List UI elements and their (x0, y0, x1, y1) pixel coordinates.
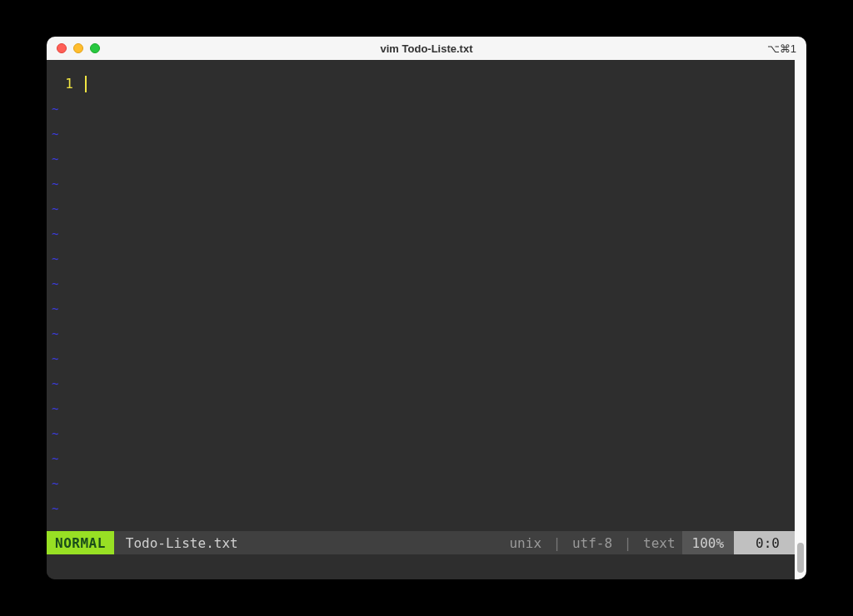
empty-line-row[interactable]: ~ (47, 271, 795, 296)
tilde-icon: ~ (52, 97, 58, 122)
tilde-icon: ~ (52, 196, 58, 221)
empty-line-row[interactable]: ~ (47, 346, 795, 371)
statusline: NORMAL Todo-Liste.txt unix | utf-8 | tex… (47, 531, 795, 554)
status-filename: Todo-Liste.txt (114, 535, 250, 551)
filetype: text (643, 535, 676, 551)
tilde-icon: ~ (52, 346, 58, 371)
tilde-icon: ~ (52, 421, 58, 446)
scrollbar-overlay (795, 60, 806, 579)
editor-body: 1 ~~~~~~~~~~~~~~~~~ (47, 60, 806, 531)
empty-line-row[interactable]: ~ (47, 122, 795, 147)
empty-line-row[interactable]: ~ (47, 171, 795, 196)
empty-line-row[interactable]: ~ (47, 221, 795, 246)
terminal-window: vim Todo-Liste.txt ⌥⌘1 1 ~~~~~~~~~~~~~~~… (47, 37, 806, 579)
tilde-icon: ~ (52, 122, 58, 147)
cursor (85, 76, 87, 92)
window-title: vim Todo-Liste.txt (381, 42, 473, 55)
status-right: unix | utf-8 | text 100% 0:0 (509, 531, 795, 554)
empty-line-row[interactable]: ~ (47, 321, 795, 346)
minimize-button[interactable] (73, 43, 83, 53)
mode-indicator: NORMAL (47, 531, 114, 554)
separator-icon: | (550, 535, 565, 551)
line-number: 1 (47, 72, 80, 97)
editor-content[interactable]: 1 ~~~~~~~~~~~~~~~~~ (47, 60, 795, 531)
traffic-lights (57, 43, 100, 53)
empty-line-row[interactable]: ~ (47, 196, 795, 221)
file-info: unix | utf-8 | text (509, 535, 681, 551)
tilde-icon: ~ (52, 246, 58, 271)
tilde-icon: ~ (52, 147, 58, 171)
empty-line-row[interactable]: ~ (47, 446, 795, 471)
line-row[interactable]: 1 (47, 72, 795, 97)
fileformat: unix (509, 535, 541, 551)
tilde-icon: ~ (52, 396, 58, 421)
empty-line-row[interactable]: ~ (47, 97, 795, 122)
tilde-icon: ~ (52, 171, 58, 196)
separator-icon: | (621, 535, 636, 551)
tilde-icon: ~ (52, 371, 58, 396)
line-text[interactable] (80, 76, 87, 92)
tilde-icon: ~ (52, 496, 58, 521)
cursor-position: 0:0 (734, 531, 795, 554)
scrollbar-thumb[interactable] (797, 543, 804, 573)
tilde-icon: ~ (52, 446, 58, 471)
empty-line-row[interactable]: ~ (47, 396, 795, 421)
titlebar[interactable]: vim Todo-Liste.txt ⌥⌘1 (47, 37, 806, 60)
tilde-icon: ~ (52, 271, 58, 296)
scroll-percent: 100% (682, 531, 735, 554)
tilde-icon: ~ (52, 471, 58, 496)
empty-line-row[interactable]: ~ (47, 496, 795, 521)
maximize-button[interactable] (90, 43, 100, 53)
empty-line-row[interactable]: ~ (47, 371, 795, 396)
command-line-area[interactable] (47, 554, 795, 579)
tilde-icon: ~ (52, 221, 58, 246)
tilde-icon: ~ (52, 321, 58, 346)
tilde-icon: ~ (52, 296, 58, 321)
close-button[interactable] (57, 43, 67, 53)
empty-line-row[interactable]: ~ (47, 246, 795, 271)
empty-line-row[interactable]: ~ (47, 147, 795, 171)
empty-line-row[interactable]: ~ (47, 471, 795, 496)
encoding: utf-8 (572, 535, 612, 551)
window-shortcut: ⌥⌘1 (767, 42, 796, 55)
empty-line-row[interactable]: ~ (47, 421, 795, 446)
empty-line-row[interactable]: ~ (47, 296, 795, 321)
